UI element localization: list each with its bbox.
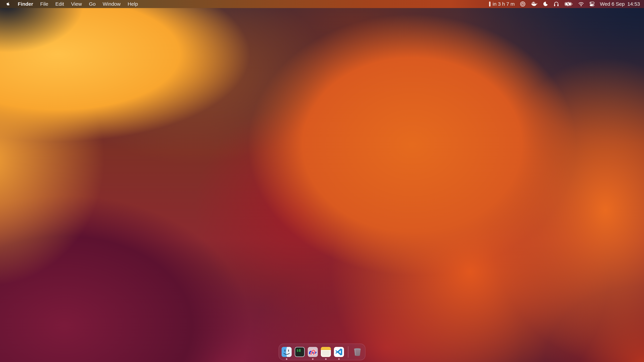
headphones-icon[interactable]: [553, 1, 559, 7]
timer-text: in 3 h 7 m: [492, 1, 515, 7]
menu-app-name[interactable]: Finder: [18, 1, 33, 7]
control-center-icon[interactable]: [589, 1, 595, 7]
power-ring-icon[interactable]: [520, 1, 526, 7]
running-indicator: [312, 358, 314, 360]
clock-time: 14:53: [628, 1, 640, 7]
dock: $: [278, 344, 366, 360]
menu-bar: Finder File Edit View Go Window Help in …: [0, 0, 644, 8]
battery-charging-icon[interactable]: [564, 2, 573, 6]
docker-icon[interactable]: [531, 1, 538, 7]
running-indicator: [286, 358, 288, 360]
running-indicator: [338, 358, 340, 360]
desktop-wallpaper: [0, 0, 644, 362]
menu-help[interactable]: Help: [128, 1, 138, 7]
svg-text:$: $: [296, 349, 298, 353]
apple-logo-icon: [6, 1, 11, 6]
clock-date: Wed 6 Sep: [600, 1, 625, 7]
dock-item-finder[interactable]: [282, 347, 292, 357]
dock-item-a-ribbon-app[interactable]: [308, 347, 318, 357]
menu-go[interactable]: Go: [89, 1, 96, 7]
dock-item-vscode[interactable]: [334, 347, 344, 357]
running-indicator: [325, 358, 327, 360]
dock-separator: [348, 346, 348, 358]
moon-focus-icon[interactable]: [542, 1, 548, 7]
menubar-clock[interactable]: Wed 6 Sep 14:53: [600, 1, 640, 7]
dock-item-trash[interactable]: [352, 347, 362, 357]
dock-item-terminal[interactable]: $: [295, 347, 305, 357]
dock-item-notes[interactable]: [321, 347, 331, 357]
wifi-icon[interactable]: [578, 1, 584, 6]
menu-edit[interactable]: Edit: [55, 1, 64, 7]
menu-view[interactable]: View: [71, 1, 82, 7]
apple-menu[interactable]: [6, 1, 11, 6]
timer-pill-icon: [489, 1, 490, 6]
menu-file[interactable]: File: [40, 1, 48, 7]
menu-window[interactable]: Window: [103, 1, 120, 7]
timer-status[interactable]: in 3 h 7 m: [489, 1, 515, 7]
